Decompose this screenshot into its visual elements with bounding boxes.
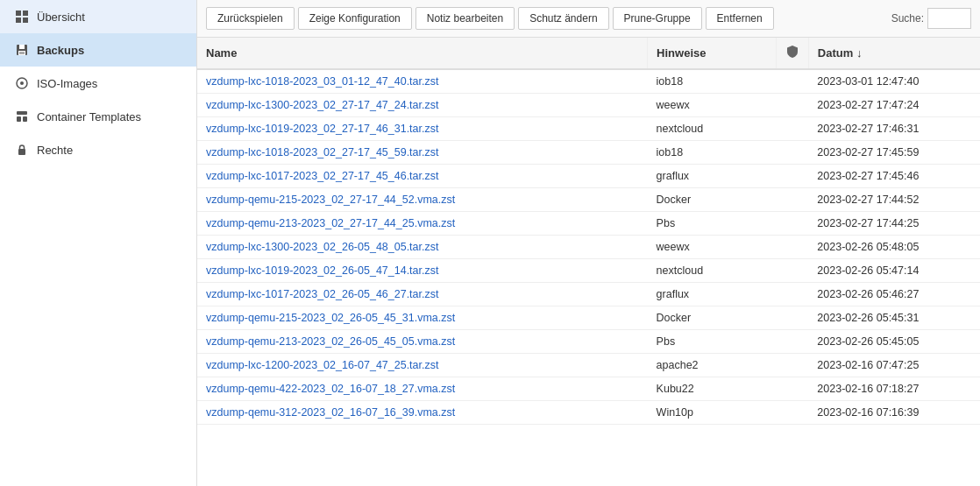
file-name[interactable]: vzdump-qemu-215-2023_02_26-05_45_31.vma.… (197, 306, 648, 330)
table-row[interactable]: vzdump-lxc-1017-2023_02_26-05_46_27.tar.… (197, 283, 980, 306)
file-link[interactable]: vzdump-qemu-312-2023_02_16-07_16_39.vma.… (206, 406, 455, 419)
table-row[interactable]: vzdump-qemu-213-2023_02_26-05_45_05.vma.… (197, 330, 980, 354)
datum-value: 2023-02-27 17:44:52 (808, 188, 980, 212)
shield-cell (776, 141, 808, 165)
datum-value: 2023-02-27 17:47:24 (808, 94, 980, 117)
shield-cell (776, 94, 808, 117)
datum-value: 2023-03-01 12:47:40 (808, 69, 980, 94)
hinweise-value: Pbs (648, 212, 777, 236)
file-link[interactable]: vzdump-lxc-1200-2023_02_16-07_47_25.tar.… (206, 359, 438, 371)
prune-button[interactable]: Prune-Gruppe (613, 7, 702, 30)
file-link[interactable]: vzdump-qemu-213-2023_02_26-05_45_05.vma.… (206, 335, 455, 348)
file-link[interactable]: vzdump-lxc-1019-2023_02_26-05_47_14.tar.… (206, 264, 438, 277)
table-row[interactable]: vzdump-lxc-1300-2023_02_26-05_48_05.tar.… (197, 236, 980, 259)
file-name[interactable]: vzdump-lxc-1300-2023_02_27-17_47_24.tar.… (197, 94, 648, 117)
svg-rect-7 (19, 52, 25, 54)
svg-rect-12 (23, 116, 27, 122)
file-name[interactable]: vzdump-qemu-215-2023_02_27-17_44_52.vma.… (197, 188, 648, 212)
file-name[interactable]: vzdump-qemu-213-2023_02_26-05_45_05.vma.… (197, 330, 648, 354)
datum-value: 2023-02-26 05:47:14 (808, 259, 980, 283)
hinweise-value: weewx (648, 94, 777, 117)
hinweise-value: Win10p (648, 401, 777, 425)
file-link[interactable]: vzdump-lxc-1017-2023_02_27-17_45_46.tar.… (206, 170, 438, 182)
table-row[interactable]: vzdump-lxc-1019-2023_02_27-17_46_31.tar.… (197, 117, 980, 141)
col-hinweise[interactable]: Hinweise (648, 38, 777, 69)
sidebar-item-iso-images[interactable]: ISO-Images (0, 67, 196, 100)
file-link[interactable]: vzdump-lxc-1018-2023_02_27-17_45_59.tar.… (206, 146, 438, 158)
hinweise-value: Docker (648, 188, 777, 212)
hinweise-value: Kubu22 (648, 377, 777, 401)
table-row[interactable]: vzdump-qemu-215-2023_02_26-05_45_31.vma.… (197, 306, 980, 330)
shield-cell (776, 69, 808, 94)
hinweise-value: nextcloud (648, 117, 777, 141)
zeige-button[interactable]: Zeige Konfiguration (298, 7, 412, 30)
table-row[interactable]: vzdump-qemu-215-2023_02_27-17_44_52.vma.… (197, 188, 980, 212)
file-name[interactable]: vzdump-lxc-1019-2023_02_27-17_46_31.tar.… (197, 117, 648, 141)
table-row[interactable]: vzdump-lxc-1018-2023_03_01-12_47_40.tar.… (197, 69, 980, 94)
shield-cell (776, 236, 808, 259)
file-name[interactable]: vzdump-lxc-1017-2023_02_26-05_46_27.tar.… (197, 283, 648, 306)
sidebar: Übersicht Backups ISO-Images Container T… (0, 0, 197, 486)
file-link[interactable]: vzdump-qemu-215-2023_02_27-17_44_52.vma.… (206, 194, 455, 206)
col-name[interactable]: Name (197, 38, 648, 69)
svg-rect-10 (17, 111, 27, 115)
entfernen-button[interactable]: Entfernen (706, 7, 774, 30)
file-name[interactable]: vzdump-lxc-1018-2023_03_01-12_47_40.tar.… (197, 69, 648, 94)
file-link[interactable]: vzdump-lxc-1018-2023_03_01-12_47_40.tar.… (206, 75, 438, 88)
shield-header-icon (785, 45, 799, 59)
hinweise-value: graflux (648, 165, 777, 188)
file-link[interactable]: vzdump-lxc-1017-2023_02_26-05_46_27.tar.… (206, 288, 438, 300)
file-link[interactable]: vzdump-lxc-1019-2023_02_27-17_46_31.tar.… (206, 123, 438, 135)
svg-rect-1 (23, 11, 28, 16)
schutz-button[interactable]: Schutz ändern (518, 7, 608, 30)
file-name[interactable]: vzdump-qemu-213-2023_02_27-17_44_25.vma.… (197, 212, 648, 236)
table-row[interactable]: vzdump-lxc-1300-2023_02_27-17_47_24.tar.… (197, 94, 980, 117)
datum-value: 2023-02-27 17:45:46 (808, 165, 980, 188)
table-row[interactable]: vzdump-lxc-1200-2023_02_16-07_47_25.tar.… (197, 354, 980, 377)
table-row[interactable]: vzdump-lxc-1018-2023_02_27-17_45_59.tar.… (197, 141, 980, 165)
sidebar-item-backups[interactable]: Backups (0, 33, 196, 67)
sidebar-item-ubersicht[interactable]: Übersicht (0, 0, 196, 33)
table-row[interactable]: vzdump-qemu-312-2023_02_16-07_16_39.vma.… (197, 401, 980, 425)
datum-value: 2023-02-27 17:45:59 (808, 141, 980, 165)
table-container: Name Hinweise Datum ↓ vzdump-lxc-1018-20… (197, 38, 980, 486)
svg-rect-0 (16, 11, 21, 16)
file-name[interactable]: vzdump-qemu-312-2023_02_16-07_16_39.vma.… (197, 401, 648, 425)
sidebar-item-label: Backups (37, 44, 84, 57)
hinweise-value: weewx (648, 236, 777, 259)
table-row[interactable]: vzdump-qemu-213-2023_02_27-17_44_25.vma.… (197, 212, 980, 236)
file-link[interactable]: vzdump-lxc-1300-2023_02_27-17_47_24.tar.… (206, 99, 438, 111)
shield-cell (776, 117, 808, 141)
datum-value: 2023-02-26 05:46:27 (808, 283, 980, 306)
shield-cell (776, 165, 808, 188)
table-row[interactable]: vzdump-qemu-422-2023_02_16-07_18_27.vma.… (197, 377, 980, 401)
file-name[interactable]: vzdump-lxc-1200-2023_02_16-07_47_25.tar.… (197, 354, 648, 377)
svg-rect-5 (19, 45, 25, 49)
table-row[interactable]: vzdump-lxc-1017-2023_02_27-17_45_46.tar.… (197, 165, 980, 188)
shield-cell (776, 354, 808, 377)
hinweise-value: iob18 (648, 69, 777, 94)
file-link[interactable]: vzdump-qemu-422-2023_02_16-07_18_27.vma.… (206, 383, 455, 395)
lock-icon (14, 142, 30, 158)
file-name[interactable]: vzdump-qemu-422-2023_02_16-07_18_27.vma.… (197, 377, 648, 401)
hinweise-value: Pbs (648, 330, 777, 354)
backups-table: Name Hinweise Datum ↓ vzdump-lxc-1018-20… (197, 38, 980, 425)
notiz-button[interactable]: Notiz bearbeiten (415, 7, 515, 30)
svg-rect-3 (23, 18, 28, 23)
search-input[interactable] (927, 8, 971, 29)
file-link[interactable]: vzdump-lxc-1300-2023_02_26-05_48_05.tar.… (206, 241, 438, 253)
file-name[interactable]: vzdump-lxc-1017-2023_02_27-17_45_46.tar.… (197, 165, 648, 188)
sidebar-item-container-templates[interactable]: Container Templates (0, 100, 196, 133)
col-datum[interactable]: Datum ↓ (808, 38, 980, 69)
file-link[interactable]: vzdump-qemu-215-2023_02_26-05_45_31.vma.… (206, 312, 455, 324)
file-name[interactable]: vzdump-lxc-1018-2023_02_27-17_45_59.tar.… (197, 141, 648, 165)
hinweise-value: graflux (648, 283, 777, 306)
table-row[interactable]: vzdump-lxc-1019-2023_02_26-05_47_14.tar.… (197, 259, 980, 283)
sidebar-item-rechte[interactable]: Rechte (0, 133, 196, 166)
hinweise-value: iob18 (648, 141, 777, 165)
zuruck-button[interactable]: Zurückspielen (206, 7, 295, 30)
file-link[interactable]: vzdump-qemu-213-2023_02_27-17_44_25.vma.… (206, 217, 455, 229)
search-label: Suche: (891, 12, 924, 25)
file-name[interactable]: vzdump-lxc-1019-2023_02_26-05_47_14.tar.… (197, 259, 648, 283)
file-name[interactable]: vzdump-lxc-1300-2023_02_26-05_48_05.tar.… (197, 236, 648, 259)
